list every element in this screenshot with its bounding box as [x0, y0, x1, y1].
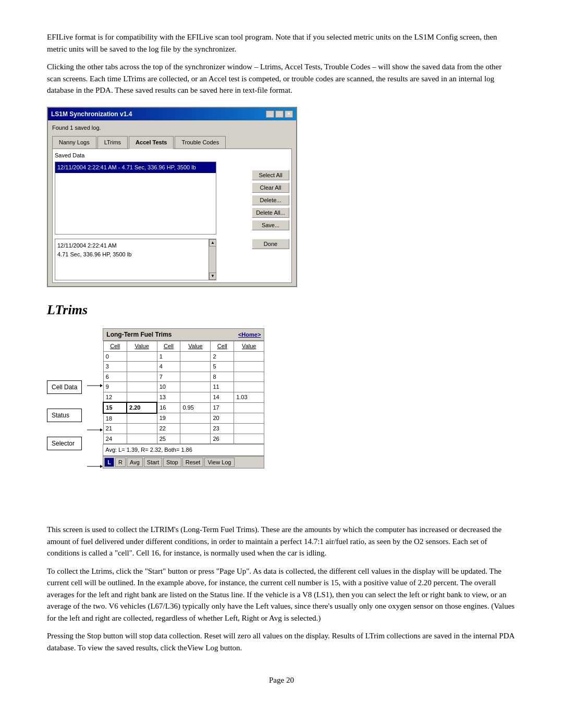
detail-box: 12/11/2004 2:22:41 AM 4.71 Sec, 336.96 H… [55, 239, 216, 280]
val-15: 2.20 [127, 402, 157, 413]
cell-23: 23 [211, 424, 234, 434]
cell-26: 26 [211, 434, 234, 444]
maximize-button[interactable]: □ [275, 110, 284, 118]
delete-all-button[interactable]: Delete All... [252, 207, 289, 218]
cell-2: 2 [211, 351, 234, 362]
val-7 [180, 372, 211, 382]
val-20 [234, 413, 264, 424]
cell-8: 8 [211, 372, 234, 382]
cell-25: 25 [157, 434, 180, 444]
val-14: 1.03 [234, 392, 264, 402]
val-11 [234, 382, 264, 392]
scroll-up-arrow[interactable]: ▲ [209, 239, 216, 246]
col-value1: Value [127, 341, 157, 352]
val-18 [127, 413, 157, 424]
val-13 [180, 392, 211, 402]
cell-15: 15 [103, 402, 127, 413]
data-listbox[interactable]: 12/11/2004 2:22:41 AM - 4.71 Sec, 336.96… [55, 162, 216, 235]
view-log-button[interactable]: View Log [204, 458, 234, 467]
col-value2: Value [180, 341, 211, 352]
cell-22: 22 [157, 424, 180, 434]
window-title: LS1M Synchronization v1.4 [51, 109, 132, 119]
saved-data-label: Saved Data [55, 151, 289, 160]
table-row: 18 19 20 [103, 413, 264, 424]
tab-ltrims[interactable]: LTrims [97, 136, 128, 149]
val-24 [127, 434, 157, 444]
cell-data-label: Cell Data [47, 380, 82, 394]
cell-17: 17 [211, 402, 234, 413]
avg-row: Avg: L= 1.39, R= 2.32, Both= 1.86 [103, 444, 264, 456]
table-row: 21 22 23 [103, 424, 264, 434]
cell-18: 18 [103, 413, 127, 424]
paragraph-5: Pressing the Stop button will stop data … [47, 630, 516, 653]
fuel-table: Cell Value Cell Value Cell Value 0 1 2 3… [103, 341, 264, 444]
cell-12: 12 [103, 392, 127, 402]
status-label: Status [47, 409, 82, 422]
home-link[interactable]: <Home> [238, 330, 261, 339]
cell-21: 21 [103, 424, 127, 434]
val-25 [180, 434, 211, 444]
saved-data-box: Saved Data 12/11/2004 2:22:41 AM - 4.71 … [52, 149, 292, 283]
ltrims-heading: LTrims [47, 300, 516, 320]
start-button[interactable]: Start [144, 458, 162, 467]
cell-3: 3 [103, 362, 127, 372]
col-cell1: Cell [103, 341, 127, 352]
detail-scrollbar[interactable]: ▲ ▼ [209, 239, 216, 280]
page-number: Page 20 [47, 674, 516, 686]
reset-button[interactable]: Reset [182, 458, 204, 467]
close-button[interactable]: × [285, 110, 293, 118]
select-all-button[interactable]: Select All [252, 170, 289, 180]
val-6 [127, 372, 157, 382]
val-22 [180, 424, 211, 434]
save-button[interactable]: Save... [252, 220, 289, 230]
table-row: 0 1 2 [103, 351, 264, 362]
val-19 [180, 413, 211, 424]
cell-0: 0 [103, 351, 127, 362]
ltrim-diagram: Cell Data Status Selector Long-Term Fuel… [47, 328, 516, 513]
minimize-button[interactable]: _ [266, 110, 274, 118]
table-row: 6 7 8 [103, 372, 264, 382]
clear-all-button[interactable]: Clear All [252, 182, 289, 193]
cell-24: 24 [103, 434, 127, 444]
col-value3: Value [234, 341, 264, 352]
detail-line1: 12/11/2004 2:22:41 AM [57, 241, 214, 250]
val-23 [234, 424, 264, 434]
table-row: 9 10 11 [103, 382, 264, 392]
cell-16: 16 [157, 402, 180, 413]
val-17 [234, 402, 264, 413]
paragraph-2: Clicking the other tabs across the top o… [47, 61, 516, 96]
cell-5: 5 [211, 362, 234, 372]
cell-10: 10 [157, 382, 180, 392]
selector-l-button[interactable]: L [104, 458, 114, 467]
arrow-svg [87, 378, 103, 513]
val-3 [127, 362, 157, 372]
paragraph-3: This screen is used to collect the LTRIM… [47, 524, 516, 559]
selector-avg-button[interactable]: Avg [127, 458, 143, 467]
stop-button[interactable]: Stop [163, 458, 181, 467]
fuel-trims-header: Long-Term Fuel Trims <Home> [103, 328, 264, 341]
done-button[interactable]: Done [252, 239, 289, 249]
tab-accel-tests[interactable]: Accel Tests [129, 136, 174, 149]
tab-nanny-logs[interactable]: Nanny Logs [52, 136, 96, 149]
cell-13: 13 [157, 392, 180, 402]
scroll-down-arrow[interactable]: ▼ [209, 273, 216, 280]
val-5 [234, 362, 264, 372]
val-0 [127, 351, 157, 362]
tabs-row: Nanny Logs LTrims Accel Tests Trouble Co… [52, 136, 292, 149]
paragraph-1: EFILive format is for compatibility with… [47, 31, 516, 55]
fuel-trims-title: Long-Term Fuel Trims [106, 330, 172, 339]
delete-button[interactable]: Delete... [252, 195, 289, 205]
val-8 [234, 372, 264, 382]
left-panel: 12/11/2004 2:22:41 AM - 4.71 Sec, 336.96… [55, 162, 248, 280]
val-2 [234, 351, 264, 362]
tab-trouble-codes[interactable]: Trouble Codes [175, 136, 226, 149]
table-row: 3 4 5 [103, 362, 264, 372]
val-26 [234, 434, 264, 444]
paragraph-4: To collect the Ltrims, click the "Start"… [47, 565, 516, 624]
val-10 [180, 382, 211, 392]
val-21 [127, 424, 157, 434]
list-item[interactable]: 12/11/2004 2:22:41 AM - 4.71 Sec, 336.96… [55, 162, 216, 173]
selector-r-button[interactable]: R [115, 458, 126, 467]
synchronizer-window: LS1M Synchronization v1.4 _ □ × Found 1 … [47, 107, 297, 288]
val-4 [180, 362, 211, 372]
